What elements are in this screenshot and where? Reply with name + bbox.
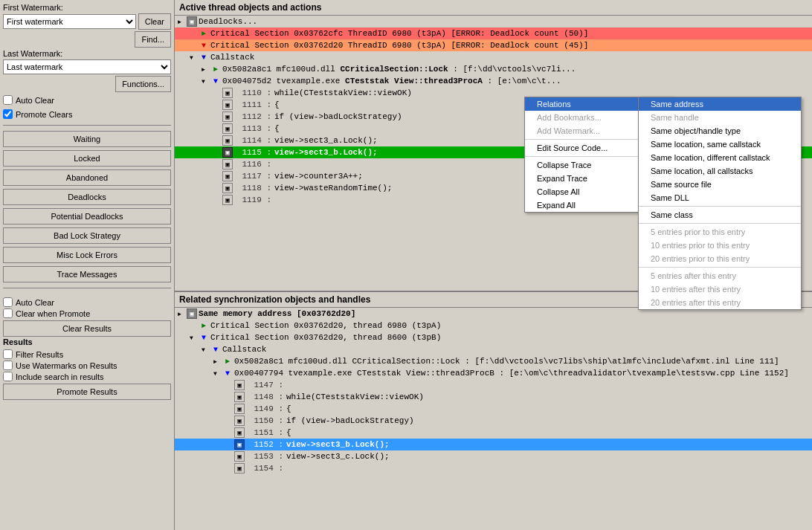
deadlocks-icon: ▣ [187, 16, 197, 27]
rs-line-1149: ▣ 1149 : { [175, 403, 812, 415]
stack1-arrow[interactable] [202, 65, 210, 74]
rs-stack-tvexample[interactable]: ▼ 0x00407794 tvexample.exe CTeststak Vie… [175, 367, 812, 379]
trace-messages-button[interactable]: Trace Messages [3, 266, 171, 282]
deadlocks-button[interactable]: Deadlocks [3, 189, 171, 205]
clear-results-button[interactable]: Clear Results [3, 320, 171, 337]
rs-line-1148: ▣ 1148 : while(CTeststakView::viewOK) [175, 391, 812, 403]
rs-icon-1151: ▣ [234, 427, 245, 438]
active-thread-tree: ▣ Deadlocks... ► Critical Section 0x0376… [175, 16, 812, 206]
misc-lock-errors-button[interactable]: Misc Lock Errors [3, 247, 171, 263]
promote-results-button[interactable]: Promote Results [3, 384, 171, 400]
rs-mfc-arrow[interactable] [213, 357, 222, 366]
code-1118: view->wasteRandomTime(); [274, 184, 392, 193]
auto-clear-bottom-row[interactable]: Auto Clear [3, 297, 171, 307]
code-1114: view->sect3_a.Lock(); [274, 136, 378, 145]
code-line-1111: ▣ 1111 : { [175, 99, 812, 111]
rs-callstack-row[interactable]: ▼ Callstack [175, 343, 812, 355]
line-icon-1118: ▣ [222, 183, 233, 193]
rs-tv-icon: ▼ [222, 368, 233, 378]
clear-when-promote-row[interactable]: Clear when Promote [3, 308, 171, 318]
stack2-arrow[interactable] [202, 77, 210, 85]
clear-button[interactable]: Clear [138, 13, 171, 30]
stack2-text: 0x004075d2 tvexample.exe CTeststak View:… [222, 77, 561, 85]
active-thread-title: Active thread objects and actions [175, 0, 812, 16]
cs-t3pb-row[interactable]: ▼ Critical Section 0x03762d20, thread 86… [175, 332, 812, 343]
rs-callstack-arrow[interactable] [202, 345, 210, 354]
bad-lock-strategy-button[interactable]: Bad Lock Strategy [3, 227, 171, 244]
code-line-1118: ▣ 1118 : view->wasteRandomTime(); [175, 182, 812, 194]
same-mem-icon: ▣ [187, 308, 197, 319]
rs-tv-arrow[interactable] [213, 369, 222, 378]
filter-results-row[interactable]: Filter Results [3, 349, 171, 359]
cs-t3pa-row[interactable]: ► Critical Section 0x03762d20, thread 69… [175, 320, 812, 332]
use-watermarks-check[interactable] [3, 361, 13, 370]
last-watermark-select[interactable]: Last watermark [3, 59, 171, 74]
cs-error-orange-row[interactable]: ▼ Critical Section 0x03762d20 ThreadID 6… [175, 39, 812, 51]
callstack-row[interactable]: ▼ Callstack [175, 51, 812, 63]
rs-line-1147: ▣ 1147 : [175, 379, 812, 391]
rs-line-1150: ▣ 1150 : if (view->badLockStrategy) [175, 415, 812, 427]
waiting-button[interactable]: Waiting [3, 131, 171, 147]
first-watermark-select[interactable]: First watermark [3, 14, 136, 29]
same-mem-addr-row[interactable]: ▣ Same memory address [0x03762d20] [175, 308, 812, 320]
filter-results-check[interactable] [3, 349, 13, 359]
include-search-check[interactable] [3, 372, 13, 381]
deadlocks-row[interactable]: ▣ Deadlocks... [175, 16, 812, 28]
active-thread-scroll[interactable]: ▣ Deadlocks... ► Critical Section 0x0376… [175, 16, 812, 291]
results-section: Auto Clear Clear when Promote Clear Resu… [3, 296, 171, 401]
line-icon-1115: ▣ [222, 147, 233, 158]
rs-line-1153: ▣ 1153 : view->sect3_c.Lock(); [175, 450, 812, 462]
stack2-icon: ▼ [210, 76, 221, 86]
clear-when-promote-check[interactable] [3, 308, 13, 318]
stack1-text: 0x5082a8c1 mfc100ud.dll CCriticalSection… [222, 65, 576, 74]
last-watermark-section: Last Watermark: Last watermark Functions… [3, 49, 171, 92]
stack-entry-2[interactable]: ▼ 0x004075d2 tvexample.exe CTeststak Vie… [175, 75, 812, 87]
promote-clears-checkbox[interactable]: Promote Clears [3, 109, 171, 119]
cs-error-red-row[interactable]: ► Critical Section 0x03762cfc ThreadID 6… [175, 28, 812, 39]
rs-stack-mfc[interactable]: ► 0x5082a8c1 mfc100ud.dll CCriticalSecti… [175, 355, 812, 367]
rs-mfc-text: 0x5082a8c1 mfc100ud.dll CCriticalSection… [234, 357, 779, 366]
use-watermarks-row[interactable]: Use Watermarks on Results [3, 361, 171, 370]
code-1113: { [274, 124, 280, 133]
functions-button[interactable]: Functions... [115, 76, 171, 92]
code-line-1117: ▣ 1117 : view->counter3A++; [175, 170, 812, 182]
results-title: Results [3, 337, 171, 346]
stack-entry-1[interactable]: ► 0x5082a8c1 mfc100ud.dll CCriticalSecti… [175, 63, 812, 75]
separator-1 [3, 125, 171, 126]
code-line-1112: ▣ 1112 : if (view->badLockStrategy) [175, 111, 812, 123]
cs-error-red-text: Critical Section 0x03762cfc ThreadID 698… [210, 29, 588, 38]
rs-line-1151: ▣ 1151 : { [175, 427, 812, 439]
rs-icon-1149: ▣ [234, 404, 245, 414]
include-search-row[interactable]: Include search in results [3, 372, 171, 381]
callstack-arrow[interactable] [190, 53, 199, 62]
code-1111: { [274, 100, 280, 109]
code-line-1119: ▣ 1119 : [175, 194, 812, 206]
separator-2 [3, 288, 171, 288]
promote-clears-check[interactable] [3, 109, 13, 119]
same-mem-text: Same memory address [0x03762d20] [199, 309, 355, 318]
code-line-1115[interactable]: ▣ 1115 : view->sect3_b.Lock(); [175, 146, 812, 158]
rs-line-1152[interactable]: ▣ 1152 : view->sect3_b.Lock(); [175, 439, 812, 450]
auto-clear-label-bottom: Auto Clear [16, 298, 54, 307]
same-mem-arrow[interactable] [178, 309, 187, 318]
auto-clear-checkbox-top[interactable]: Auto Clear [3, 95, 171, 105]
code-1110: while(CTeststakView::viewOK) [274, 88, 412, 97]
deadlocks-arrow[interactable] [178, 17, 187, 26]
first-watermark-section: First Watermark: First watermark Clear F… [3, 3, 171, 48]
auto-clear-check-top[interactable] [3, 95, 13, 105]
rs-icon-1154: ▣ [234, 463, 245, 474]
cs-t3pa-text: Critical Section 0x03762d20, thread 6980… [210, 321, 441, 330]
find-button[interactable]: Find... [135, 31, 171, 48]
locked-button[interactable]: Locked [3, 150, 171, 167]
right-panel: Active thread objects and actions ▣ Dead… [175, 0, 812, 530]
callstack-text: Callstack [210, 53, 254, 62]
line-icon-1114: ▣ [222, 135, 233, 146]
related-sync-scroll[interactable]: ▣ Same memory address [0x03762d20] ► Cri… [175, 308, 812, 530]
potential-deadlocks-button[interactable]: Potential Deadlocks [3, 208, 171, 224]
abandoned-button[interactable]: Abandoned [3, 169, 171, 186]
code-line-1113: ▣ 1113 : { [175, 123, 812, 135]
auto-clear-check-bottom[interactable] [3, 297, 13, 307]
cs-t3pb-arrow[interactable] [190, 333, 199, 342]
rs-icon-1148: ▣ [234, 392, 245, 402]
rs-callstack-text: Callstack [222, 345, 266, 354]
